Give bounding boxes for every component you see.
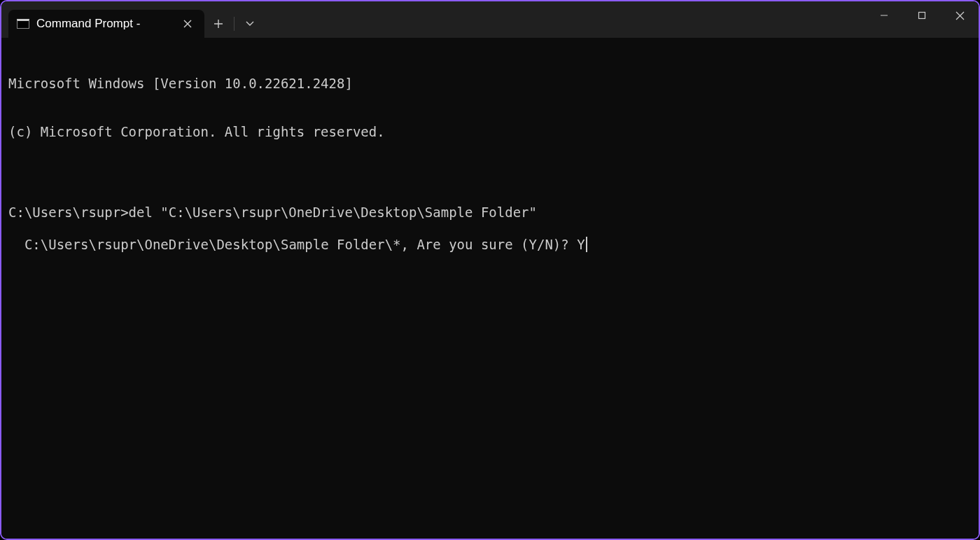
titlebar: Command Prompt - [1,1,979,38]
window-controls [865,1,979,29]
cmd-icon [17,19,29,29]
close-window-button[interactable] [941,1,979,29]
tab-title: Command Prompt - [36,17,172,31]
divider [234,17,234,31]
terminal-line: C:\Users\rsupr\OneDrive\Desktop\Sample F… [24,237,587,252]
minimize-button[interactable] [865,1,903,29]
terminal-text: C:\Users\rsupr\OneDrive\Desktop\Sample F… [24,237,585,252]
tab-close-button[interactable] [179,15,196,32]
cursor [586,237,587,252]
terminal-line: Microsoft Windows [Version 10.0.22621.24… [8,76,972,92]
tab-dropdown-button[interactable] [236,10,264,38]
terminal-line: (c) Microsoft Corporation. All rights re… [8,124,972,140]
tabs-area: Command Prompt - [1,10,264,38]
minimize-icon [880,11,888,20]
tab-command-prompt[interactable]: Command Prompt - [8,10,204,38]
chevron-down-icon [246,21,254,27]
new-tab-button[interactable] [204,10,232,38]
close-icon [955,11,965,20]
svg-rect-5 [919,13,925,19]
close-icon [183,20,192,28]
terminal-line: C:\Users\rsupr>del "C:\Users\rsupr\OneDr… [8,205,972,221]
plus-icon [214,19,223,29]
terminal-area[interactable]: Microsoft Windows [Version 10.0.22621.24… [1,38,979,539]
maximize-icon [918,11,926,20]
maximize-button[interactable] [903,1,941,29]
